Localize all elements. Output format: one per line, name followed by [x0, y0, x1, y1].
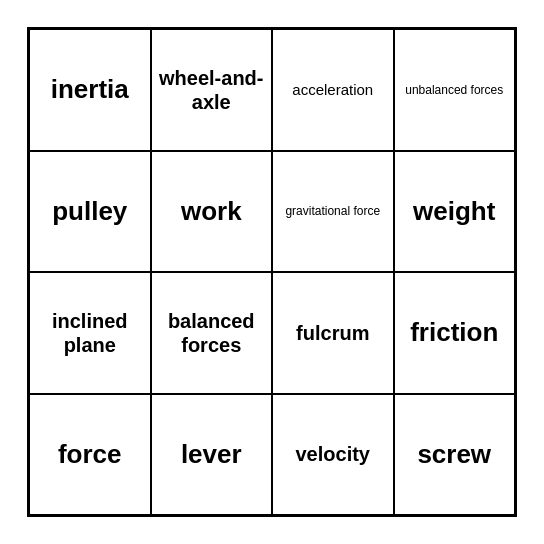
- cell-text-r3c1: lever: [181, 439, 242, 470]
- cell-text-r3c2: velocity: [296, 442, 370, 466]
- bingo-cell-r0c3: unbalanced forces: [394, 29, 516, 151]
- bingo-cell-r0c2: acceleration: [272, 29, 394, 151]
- bingo-cell-r1c2: gravitational force: [272, 151, 394, 273]
- cell-text-r1c2: gravitational force: [285, 204, 380, 218]
- cell-text-r0c2: acceleration: [292, 81, 373, 99]
- cell-text-r3c3: screw: [417, 439, 491, 470]
- bingo-cell-r3c2: velocity: [272, 394, 394, 516]
- bingo-grid: inertiawheel-and-axleaccelerationunbalan…: [29, 29, 515, 515]
- cell-text-r2c2: fulcrum: [296, 321, 369, 345]
- cell-text-r3c0: force: [58, 439, 122, 470]
- cell-text-r1c1: work: [181, 196, 242, 227]
- cell-text-r1c0: pulley: [52, 196, 127, 227]
- bingo-cell-r1c1: work: [151, 151, 273, 273]
- bingo-cell-r1c3: weight: [394, 151, 516, 273]
- bingo-cell-r2c3: friction: [394, 272, 516, 394]
- cell-text-r0c3: unbalanced forces: [405, 83, 503, 97]
- cell-text-r2c3: friction: [410, 317, 498, 348]
- bingo-cell-r2c2: fulcrum: [272, 272, 394, 394]
- bingo-cell-r2c0: inclined plane: [29, 272, 151, 394]
- bingo-cell-r3c0: force: [29, 394, 151, 516]
- bingo-cell-r2c1: balanced forces: [151, 272, 273, 394]
- cell-text-r2c1: balanced forces: [158, 309, 266, 357]
- bingo-cell-r3c1: lever: [151, 394, 273, 516]
- bingo-cell-r0c1: wheel-and-axle: [151, 29, 273, 151]
- bingo-board: inertiawheel-and-axleaccelerationunbalan…: [27, 27, 517, 517]
- bingo-cell-r3c3: screw: [394, 394, 516, 516]
- cell-text-r0c0: inertia: [51, 74, 129, 105]
- cell-text-r1c3: weight: [413, 196, 495, 227]
- bingo-cell-r0c0: inertia: [29, 29, 151, 151]
- bingo-cell-r1c0: pulley: [29, 151, 151, 273]
- cell-text-r2c0: inclined plane: [36, 309, 144, 357]
- cell-text-r0c1: wheel-and-axle: [158, 66, 266, 114]
